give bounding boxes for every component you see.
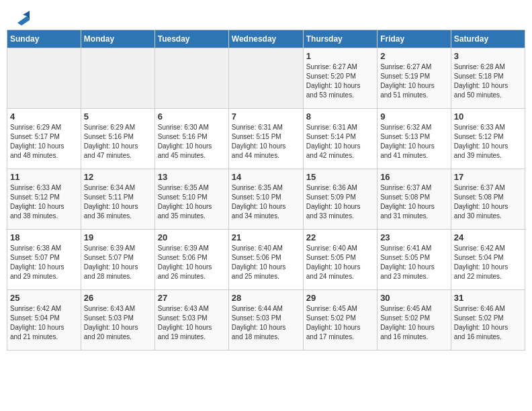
calendar-cell: 26Sunrise: 6:43 AM Sunset: 5:03 PM Dayli… bbox=[81, 290, 154, 351]
day-number: 5 bbox=[84, 111, 152, 122]
day-info: Sunrise: 6:32 AM Sunset: 5:13 PM Dayligh… bbox=[380, 123, 448, 161]
day-number: 31 bbox=[454, 293, 522, 303]
day-number: 6 bbox=[158, 111, 226, 122]
day-number: 4 bbox=[10, 111, 78, 122]
day-number: 16 bbox=[380, 172, 448, 182]
calendar-cell: 20Sunrise: 6:39 AM Sunset: 5:06 PM Dayli… bbox=[154, 230, 228, 290]
calendar-cell: 19Sunrise: 6:39 AM Sunset: 5:07 PM Dayli… bbox=[81, 230, 154, 290]
day-number: 13 bbox=[158, 172, 226, 182]
day-number: 19 bbox=[84, 232, 152, 242]
day-info: Sunrise: 6:34 AM Sunset: 5:11 PM Dayligh… bbox=[84, 183, 152, 221]
weekday-header-wednesday: Wednesday bbox=[228, 30, 303, 48]
calendar-cell bbox=[154, 48, 228, 109]
calendar-cell: 25Sunrise: 6:42 AM Sunset: 5:04 PM Dayli… bbox=[7, 290, 81, 351]
day-info: Sunrise: 6:42 AM Sunset: 5:04 PM Dayligh… bbox=[10, 304, 78, 342]
day-number: 8 bbox=[306, 111, 374, 122]
day-info: Sunrise: 6:39 AM Sunset: 5:06 PM Dayligh… bbox=[158, 244, 226, 281]
day-info: Sunrise: 6:37 AM Sunset: 5:08 PM Dayligh… bbox=[454, 183, 522, 221]
calendar-table: SundayMondayTuesdayWednesdayThursdayFrid… bbox=[7, 30, 525, 351]
calendar-cell: 6Sunrise: 6:30 AM Sunset: 5:16 PM Daylig… bbox=[154, 109, 228, 169]
calendar-cell: 8Sunrise: 6:31 AM Sunset: 5:14 PM Daylig… bbox=[303, 109, 377, 169]
day-number: 25 bbox=[10, 293, 78, 303]
day-number: 1 bbox=[306, 51, 374, 61]
weekday-header-tuesday: Tuesday bbox=[154, 30, 228, 48]
calendar-cell: 3Sunrise: 6:28 AM Sunset: 5:18 PM Daylig… bbox=[451, 48, 525, 109]
calendar-cell bbox=[81, 48, 154, 109]
calendar-cell: 29Sunrise: 6:45 AM Sunset: 5:02 PM Dayli… bbox=[303, 290, 377, 351]
calendar-cell: 1Sunrise: 6:27 AM Sunset: 5:20 PM Daylig… bbox=[303, 48, 377, 109]
svg-marker-0 bbox=[17, 16, 30, 26]
day-info: Sunrise: 6:41 AM Sunset: 5:05 PM Dayligh… bbox=[380, 244, 448, 281]
day-info: Sunrise: 6:27 AM Sunset: 5:20 PM Dayligh… bbox=[306, 62, 374, 100]
calendar-cell: 11Sunrise: 6:33 AM Sunset: 5:12 PM Dayli… bbox=[7, 169, 81, 230]
day-info: Sunrise: 6:31 AM Sunset: 5:14 PM Dayligh… bbox=[306, 123, 374, 161]
calendar-cell: 15Sunrise: 6:36 AM Sunset: 5:09 PM Dayli… bbox=[303, 169, 377, 230]
logo bbox=[13, 12, 30, 23]
calendar-cell: 23Sunrise: 6:41 AM Sunset: 5:05 PM Dayli… bbox=[378, 230, 451, 290]
day-number: 26 bbox=[84, 293, 152, 303]
day-number: 18 bbox=[10, 232, 78, 242]
calendar-cell: 13Sunrise: 6:35 AM Sunset: 5:10 PM Dayli… bbox=[154, 169, 228, 230]
calendar-cell: 16Sunrise: 6:37 AM Sunset: 5:08 PM Dayli… bbox=[378, 169, 451, 230]
day-number: 29 bbox=[306, 293, 374, 303]
day-number: 9 bbox=[380, 111, 448, 122]
logo-icon bbox=[15, 11, 30, 26]
day-number: 3 bbox=[454, 51, 522, 61]
calendar-week-5: 25Sunrise: 6:42 AM Sunset: 5:04 PM Dayli… bbox=[7, 290, 525, 351]
calendar-week-2: 4Sunrise: 6:29 AM Sunset: 5:17 PM Daylig… bbox=[7, 109, 525, 169]
calendar-cell: 22Sunrise: 6:40 AM Sunset: 5:05 PM Dayli… bbox=[303, 230, 377, 290]
weekday-header-saturday: Saturday bbox=[451, 30, 525, 48]
day-info: Sunrise: 6:46 AM Sunset: 5:02 PM Dayligh… bbox=[454, 304, 522, 342]
day-info: Sunrise: 6:33 AM Sunset: 5:12 PM Dayligh… bbox=[454, 123, 522, 161]
calendar-cell: 27Sunrise: 6:43 AM Sunset: 5:03 PM Dayli… bbox=[154, 290, 228, 351]
calendar-cell: 24Sunrise: 6:42 AM Sunset: 5:04 PM Dayli… bbox=[451, 230, 525, 290]
calendar-week-3: 11Sunrise: 6:33 AM Sunset: 5:12 PM Dayli… bbox=[7, 169, 525, 230]
calendar-cell: 18Sunrise: 6:38 AM Sunset: 5:07 PM Dayli… bbox=[7, 230, 81, 290]
day-info: Sunrise: 6:43 AM Sunset: 5:03 PM Dayligh… bbox=[158, 304, 226, 342]
calendar-cell bbox=[7, 48, 81, 109]
calendar-cell: 31Sunrise: 6:46 AM Sunset: 5:02 PM Dayli… bbox=[451, 290, 525, 351]
day-number: 14 bbox=[232, 172, 300, 182]
day-info: Sunrise: 6:37 AM Sunset: 5:08 PM Dayligh… bbox=[380, 183, 448, 221]
day-number: 10 bbox=[454, 111, 522, 122]
weekday-header-thursday: Thursday bbox=[303, 30, 377, 48]
weekday-header-sunday: Sunday bbox=[7, 30, 81, 48]
day-number: 17 bbox=[454, 172, 522, 182]
calendar-cell: 5Sunrise: 6:29 AM Sunset: 5:16 PM Daylig… bbox=[81, 109, 154, 169]
day-info: Sunrise: 6:33 AM Sunset: 5:12 PM Dayligh… bbox=[10, 183, 78, 221]
day-number: 12 bbox=[84, 172, 152, 182]
calendar-week-1: 1Sunrise: 6:27 AM Sunset: 5:20 PM Daylig… bbox=[7, 48, 525, 109]
day-info: Sunrise: 6:40 AM Sunset: 5:06 PM Dayligh… bbox=[232, 244, 300, 281]
day-info: Sunrise: 6:28 AM Sunset: 5:18 PM Dayligh… bbox=[454, 62, 522, 100]
weekday-header-monday: Monday bbox=[81, 30, 154, 48]
day-info: Sunrise: 6:39 AM Sunset: 5:07 PM Dayligh… bbox=[84, 244, 152, 281]
calendar-cell: 2Sunrise: 6:27 AM Sunset: 5:19 PM Daylig… bbox=[378, 48, 451, 109]
day-info: Sunrise: 6:36 AM Sunset: 5:09 PM Dayligh… bbox=[306, 183, 374, 221]
day-info: Sunrise: 6:44 AM Sunset: 5:03 PM Dayligh… bbox=[232, 304, 300, 342]
calendar-cell: 7Sunrise: 6:31 AM Sunset: 5:15 PM Daylig… bbox=[228, 109, 303, 169]
day-number: 22 bbox=[306, 232, 374, 242]
day-number: 20 bbox=[158, 232, 226, 242]
day-number: 24 bbox=[454, 232, 522, 242]
day-info: Sunrise: 6:45 AM Sunset: 5:02 PM Dayligh… bbox=[306, 304, 374, 342]
day-number: 23 bbox=[380, 232, 448, 242]
calendar-cell: 10Sunrise: 6:33 AM Sunset: 5:12 PM Dayli… bbox=[451, 109, 525, 169]
calendar-cell: 17Sunrise: 6:37 AM Sunset: 5:08 PM Dayli… bbox=[451, 169, 525, 230]
day-number: 15 bbox=[306, 172, 374, 182]
day-info: Sunrise: 6:40 AM Sunset: 5:05 PM Dayligh… bbox=[306, 244, 374, 281]
calendar-cell: 30Sunrise: 6:45 AM Sunset: 5:02 PM Dayli… bbox=[378, 290, 451, 351]
day-info: Sunrise: 6:45 AM Sunset: 5:02 PM Dayligh… bbox=[380, 304, 448, 342]
day-number: 7 bbox=[232, 111, 300, 122]
day-number: 21 bbox=[232, 232, 300, 242]
day-info: Sunrise: 6:30 AM Sunset: 5:16 PM Dayligh… bbox=[158, 123, 226, 161]
calendar-cell: 14Sunrise: 6:35 AM Sunset: 5:10 PM Dayli… bbox=[228, 169, 303, 230]
day-info: Sunrise: 6:27 AM Sunset: 5:19 PM Dayligh… bbox=[380, 62, 448, 100]
day-info: Sunrise: 6:35 AM Sunset: 5:10 PM Dayligh… bbox=[158, 183, 226, 221]
weekday-header-row: SundayMondayTuesdayWednesdayThursdayFrid… bbox=[7, 30, 525, 48]
weekday-header-friday: Friday bbox=[378, 30, 451, 48]
day-info: Sunrise: 6:38 AM Sunset: 5:07 PM Dayligh… bbox=[10, 244, 78, 281]
calendar-cell: 9Sunrise: 6:32 AM Sunset: 5:13 PM Daylig… bbox=[378, 109, 451, 169]
calendar-cell: 4Sunrise: 6:29 AM Sunset: 5:17 PM Daylig… bbox=[7, 109, 81, 169]
page-header bbox=[7, 7, 525, 26]
day-number: 2 bbox=[380, 51, 448, 61]
